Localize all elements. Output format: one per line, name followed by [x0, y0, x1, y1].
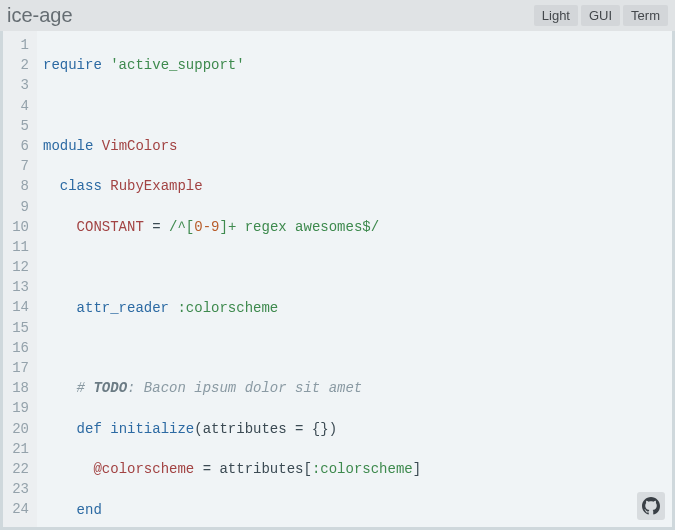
line-number: 19 — [3, 398, 29, 418]
class-name: RubyExample — [110, 178, 202, 194]
keyword: module — [43, 138, 93, 154]
line-gutter: 123456789101112131415161718192021222324 — [3, 31, 37, 527]
header-buttons: Light GUI Term — [534, 5, 668, 26]
number: 0-9 — [194, 219, 219, 235]
keyword: def — [77, 421, 102, 437]
comment: # — [77, 380, 94, 396]
regex: /^[ — [169, 219, 194, 235]
line-number: 4 — [3, 96, 29, 116]
constant: CONSTANT — [77, 219, 144, 235]
line-number: 23 — [3, 479, 29, 499]
class-name: VimColors — [102, 138, 178, 154]
line-number: 2 — [3, 55, 29, 75]
light-button[interactable]: Light — [534, 5, 578, 26]
line-number: 18 — [3, 378, 29, 398]
gui-button[interactable]: GUI — [581, 5, 620, 26]
regex: ]+ regex awesomes$/ — [219, 219, 379, 235]
ivar: @colorscheme — [93, 461, 194, 477]
keyword: attr_reader — [77, 300, 169, 316]
line-number: 9 — [3, 197, 29, 217]
github-icon — [642, 497, 660, 515]
line-number: 12 — [3, 257, 29, 277]
line-number: 22 — [3, 459, 29, 479]
github-link[interactable] — [637, 492, 665, 520]
code-editor[interactable]: 123456789101112131415161718192021222324 … — [0, 31, 675, 530]
line-number: 15 — [3, 318, 29, 338]
line-number: 20 — [3, 419, 29, 439]
header-bar: ice-age Light GUI Term — [0, 0, 675, 31]
params: (attributes = {}) — [194, 421, 337, 437]
line-number: 24 — [3, 499, 29, 519]
symbol: :colorscheme — [312, 461, 413, 477]
line-number: 11 — [3, 237, 29, 257]
line-number: 3 — [3, 75, 29, 95]
text: = attributes[ — [194, 461, 312, 477]
line-number: 8 — [3, 176, 29, 196]
code-area: require 'active_support' module VimColor… — [37, 31, 672, 527]
line-number: 17 — [3, 358, 29, 378]
comment: : Bacon ipsum dolor sit amet — [127, 380, 362, 396]
line-number: 10 — [3, 217, 29, 237]
line-number: 1 — [3, 35, 29, 55]
line-number: 13 — [3, 277, 29, 297]
term-button[interactable]: Term — [623, 5, 668, 26]
symbol: :colorscheme — [177, 300, 278, 316]
text: ] — [413, 461, 421, 477]
line-number: 14 — [3, 297, 29, 317]
scheme-title: ice-age — [7, 4, 534, 27]
line-number: 6 — [3, 136, 29, 156]
line-number: 21 — [3, 439, 29, 459]
todo: TODO — [93, 380, 127, 396]
line-number: 7 — [3, 156, 29, 176]
line-number: 16 — [3, 338, 29, 358]
string: 'active_support' — [110, 57, 244, 73]
op: = — [152, 219, 160, 235]
line-number: 5 — [3, 116, 29, 136]
keyword: end — [77, 502, 102, 518]
method-name: initialize — [110, 421, 194, 437]
keyword: require — [43, 57, 102, 73]
keyword: class — [60, 178, 102, 194]
